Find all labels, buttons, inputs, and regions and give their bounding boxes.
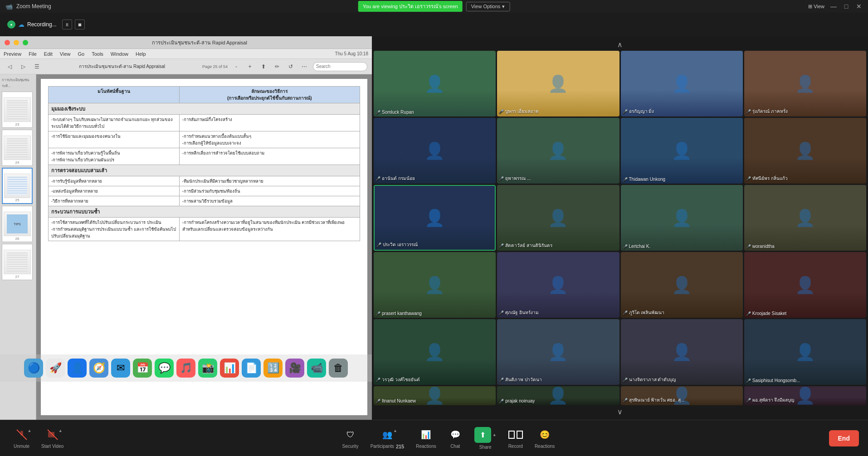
end-meeting-button[interactable]: End	[829, 430, 859, 446]
dock-finder[interactable]: 🔵	[24, 359, 43, 378]
nav-forward-icon[interactable]: ▷	[18, 62, 28, 72]
participant-name-17: 🎤 สันติภาพ ปาวัตนา	[499, 376, 617, 383]
chevron-up-icon[interactable]: ∧	[617, 40, 623, 49]
participant-cell-17[interactable]: 👤 🎤 สันติภาพ ปาวัตนา	[497, 319, 619, 385]
participant-cell-16[interactable]: 👤 🎤 วรวุฒิ วงศ์ไชยยันต์	[374, 319, 496, 385]
participant-cell-2[interactable]: 👤 🎤 อรกัญญา มิ่ง	[621, 51, 743, 116]
dock-messages[interactable]: 💬	[155, 359, 174, 378]
menu-view[interactable]: View	[60, 51, 71, 57]
participant-cell-10[interactable]: 👤 🎤 Lertchai K.	[621, 185, 743, 251]
video-chevron[interactable]: ▲	[59, 428, 63, 433]
sidebar-toggle-icon[interactable]: ☰	[32, 62, 42, 72]
dock-music[interactable]: 🎵	[176, 359, 195, 378]
grid-nav-down[interactable]: ∨	[374, 405, 866, 418]
menu-preview[interactable]: Preview	[4, 51, 21, 57]
close-button[interactable]: ✕	[855, 3, 863, 10]
dock-keynote[interactable]: 📊	[220, 359, 239, 378]
participant-cell-0[interactable]: 👤 🎤 Somluck Rupan	[374, 51, 496, 116]
zoom-in-icon[interactable]: +	[245, 62, 255, 72]
menu-edit[interactable]: Edit	[44, 51, 53, 57]
participants-chevron[interactable]: ▲	[393, 428, 397, 433]
mac-close-dot[interactable]	[5, 40, 10, 45]
participant-cell-11[interactable]: 👤 🎤 woranidtha	[744, 185, 866, 251]
grid-nav-up[interactable]: ∧	[374, 38, 866, 51]
rotate-icon[interactable]: ↺	[286, 62, 296, 72]
dock-pages[interactable]: 📄	[242, 359, 261, 378]
share-icon-btn[interactable]: ⬆	[474, 427, 491, 443]
dock-launchpad[interactable]: 🚀	[46, 359, 65, 378]
dock-facetime[interactable]: 📹	[307, 359, 326, 378]
participant-cell-7[interactable]: 👤 🎤 ทัศนีย์พร กลิ่นแก้ว	[744, 118, 866, 184]
pdf-thumb-25[interactable]: 25	[2, 168, 33, 204]
participant-cell-13[interactable]: 👤 🎤 ศุภณัฐ อินทร์งาม	[497, 252, 619, 318]
mic-muted-icon-21: 🎤	[499, 399, 504, 403]
doc-search-input[interactable]	[313, 62, 367, 71]
share-chevron[interactable]: ▲	[493, 432, 497, 437]
mute-button[interactable]: ▲ Unmute	[9, 425, 34, 451]
participant-cell-20[interactable]: 👤 🎤 Itnanut Nunkaew	[374, 386, 496, 405]
participant-cell-21[interactable]: 👤 🎤 prajak noinuay	[497, 386, 619, 405]
view-options-button[interactable]: View Options ▾	[466, 2, 510, 11]
mic-muted-icon-18: 🎤	[623, 378, 628, 382]
pause-recording-button[interactable]: ⏸	[62, 19, 72, 29]
participant-cell-22[interactable]: 👤 🎤 สุรพิษณาย์ ฟ้าหวั่น ศธอ. สุ...	[621, 386, 743, 405]
mic-muted-icon-9: 🎤	[499, 243, 504, 248]
participant-cell-4[interactable]: 👤 🎤 อานันต์ กรมน้อย	[374, 118, 496, 184]
col1-header: มโนทัศน์พื้นฐาน	[49, 87, 180, 103]
title-bar: 📹 Zoom Meeting You are viewing ประวิต เอ…	[0, 0, 868, 13]
view-icon[interactable]: ⊞ View	[808, 4, 824, 10]
chat-button[interactable]: 💬 Chat	[444, 425, 467, 451]
dock-calendar[interactable]: 📅	[133, 359, 152, 378]
participant-cell-5[interactable]: 👤 🎤 ยุพาพรรณ ...	[497, 118, 619, 184]
dock-mail[interactable]: ✉	[111, 359, 130, 378]
participant-cell-3[interactable]: 👤 🎤 รุ่งภัตรณ์ ภาคหรั่ง	[744, 51, 866, 116]
participant-cell-9[interactable]: 👤 🎤 สัดดาวัลย์ สานตินิรันดร	[497, 185, 619, 251]
reactions-button[interactable]: 📊 Reactions	[411, 425, 440, 451]
dock-safari[interactable]: 🧭	[89, 359, 108, 378]
mute-chevron[interactable]: ▲	[28, 428, 32, 433]
recording-controls[interactable]: ⏸ ⏹	[62, 19, 85, 29]
menu-window[interactable]: Window	[111, 51, 128, 57]
chevron-down-icon[interactable]: ∨	[617, 407, 623, 416]
menu-tools[interactable]: Tools	[92, 51, 103, 57]
dock-numbers[interactable]: 🔢	[263, 359, 283, 378]
participants-button[interactable]: 👥 ▲ Participants 215	[366, 425, 409, 452]
participant-cell-12[interactable]: 👤 🎤 prasert kanthawang	[374, 252, 496, 318]
more-tools-icon[interactable]: ⋯	[299, 62, 309, 72]
mic-muted-icon-20: 🎤	[375, 399, 380, 403]
menu-help[interactable]: Help	[136, 51, 146, 57]
pdf-thumb-24[interactable]: 24	[2, 130, 33, 166]
participant-cell-14[interactable]: 👤 🎤 ภูริโต เพลินพัฒนา	[621, 252, 743, 318]
annotate-icon[interactable]: ✏	[272, 62, 282, 72]
emoji-reactions-button[interactable]: 😊 Reactions	[530, 425, 559, 451]
zoom-out-icon[interactable]: -	[231, 62, 241, 72]
pdf-thumb-26[interactable]: TIPS 26	[2, 206, 33, 242]
participant-cell-6[interactable]: 👤 🎤 Thidawan Unkong	[621, 118, 743, 184]
record-button[interactable]: Record	[504, 425, 527, 451]
participant-cell-15[interactable]: 👤 🎤 Kroojade Sisaket	[744, 252, 866, 318]
participant-cell-19[interactable]: 👤 🎤 Sasiphisut Hongsomb...	[744, 319, 866, 385]
nav-back-icon[interactable]: ◁	[5, 62, 15, 72]
stop-recording-button[interactable]: ⏹	[75, 19, 85, 29]
share-doc-icon[interactable]: ⬆	[258, 62, 268, 72]
menu-go[interactable]: Go	[78, 51, 84, 57]
dock-photos[interactable]: 📸	[198, 359, 217, 378]
security-button[interactable]: 🛡 Security	[338, 425, 363, 451]
mac-zoom-dot[interactable]	[23, 40, 28, 45]
mic-muted-icon-4: 🎤	[375, 176, 380, 181]
mac-minimize-dot[interactable]	[14, 40, 19, 45]
video-button[interactable]: ▲ Start Video	[37, 425, 68, 451]
menu-file[interactable]: File	[29, 51, 37, 57]
dock-contacts[interactable]: 👤	[68, 359, 87, 378]
maximize-button[interactable]: □	[843, 3, 850, 10]
participant-cell-8[interactable]: 👤 🎤 ประวิต เอราวรรณ์	[374, 185, 496, 251]
pdf-thumb-27[interactable]: 27	[2, 244, 33, 280]
participant-cell-1[interactable]: 👤 🎤 บูษกร เอี่ยมสอาด	[497, 51, 619, 116]
minimize-button[interactable]: —	[830, 3, 837, 10]
share-button[interactable]: ⬆ ▲ Share	[470, 424, 501, 452]
pdf-thumb-23[interactable]: 23	[2, 92, 33, 128]
participant-cell-18[interactable]: 👤 🎤 นางจิตราภาส ดำดับบุญ	[621, 319, 743, 385]
participant-cell-23[interactable]: 👤 🎤 ผอ.สุพัตรา จึงมีผลบุญ	[744, 386, 866, 405]
dock-zoom[interactable]: 🎥	[285, 359, 304, 378]
dock-trash[interactable]: 🗑	[329, 359, 348, 378]
